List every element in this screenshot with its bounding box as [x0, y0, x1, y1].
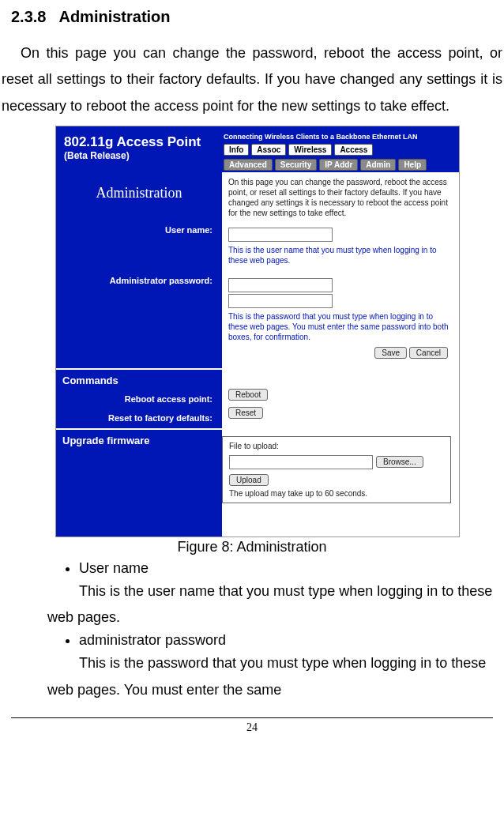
- admin-right-col: On this page you can change the password…: [222, 172, 459, 368]
- bullet-list: User name: [47, 560, 504, 577]
- username-help: This is the user name that you must type…: [228, 245, 453, 265]
- file-label: File to upload:: [229, 442, 444, 450]
- bullet-username: User name: [79, 560, 488, 577]
- bullet-list-2: administrator password: [47, 632, 504, 649]
- tab-assoc[interactable]: Assoc: [251, 144, 286, 156]
- section-title: Administration: [58, 8, 170, 25]
- banner-left: 802.11g Access Point (Beta Release): [56, 126, 222, 172]
- save-button[interactable]: Save: [374, 347, 407, 359]
- upgrade-left-col: Upgrade firmware: [56, 430, 222, 537]
- intro-paragraph: On this page you can change the password…: [2, 40, 502, 119]
- banner-subtitle: (Beta Release): [64, 150, 214, 161]
- browse-button[interactable]: Browse...: [376, 456, 423, 468]
- cancel-button[interactable]: Cancel: [409, 347, 448, 359]
- tab-wireless[interactable]: Wireless: [288, 144, 332, 156]
- admin-heading: Administration: [56, 172, 222, 220]
- figure-caption: Figure 8: Administration: [0, 539, 504, 555]
- admin-description: On this page you can change the password…: [228, 177, 453, 218]
- tab-advanced[interactable]: Advanced: [224, 159, 273, 171]
- password-input-1[interactable]: [228, 278, 333, 292]
- upgrade-title: Upgrade firmware: [56, 430, 222, 450]
- upload-box: File to upload: Browse... Upload The upl…: [222, 436, 451, 503]
- reboot-button[interactable]: Reboot: [228, 389, 268, 401]
- username-input[interactable]: [228, 228, 333, 242]
- tab-access[interactable]: Access: [334, 144, 373, 156]
- commands-right-col: Reboot Reset: [222, 370, 459, 428]
- commands-title: Commands: [56, 370, 222, 390]
- tab-admin[interactable]: Admin: [360, 159, 396, 171]
- footer-rule: [11, 717, 493, 718]
- commands-block: Commands Reboot access point: Reset to f…: [56, 370, 459, 430]
- figure-screenshot: 802.11g Access Point (Beta Release) Conn…: [55, 126, 460, 537]
- tab-row-1: Info Assoc Wireless Access: [222, 142, 459, 157]
- banner-caption: Connecting Wireless Clients to a Backbon…: [222, 131, 459, 142]
- tab-row-2: Advanced Security IP Addr Admin Help: [222, 157, 459, 172]
- upload-note: The upload may take up to 60 seconds.: [229, 489, 444, 498]
- banner: 802.11g Access Point (Beta Release) Conn…: [56, 126, 459, 172]
- upgrade-right-col: File to upload: Browse... Upload The upl…: [222, 430, 459, 537]
- section-number: 2.3.8: [11, 8, 46, 25]
- password-input-2[interactable]: [228, 294, 333, 308]
- tab-ipaddr[interactable]: IP Addr: [319, 159, 358, 171]
- username-label: User name:: [165, 220, 217, 239]
- file-path-input[interactable]: [229, 455, 373, 469]
- tab-info[interactable]: Info: [224, 144, 249, 156]
- tab-help[interactable]: Help: [398, 159, 427, 171]
- bullet-username-desc: This is the user name that you must type…: [47, 578, 493, 631]
- page-number: 24: [0, 721, 504, 734]
- commands-left-col: Commands Reboot access point: Reset to f…: [56, 370, 222, 428]
- reboot-label: Reboot access point:: [125, 390, 217, 408]
- upload-button[interactable]: Upload: [229, 474, 269, 486]
- reset-label: Reset to factory defaults:: [108, 408, 217, 427]
- reset-button[interactable]: Reset: [228, 407, 263, 419]
- password-help: This is the password that you must type …: [228, 311, 453, 342]
- banner-right: Connecting Wireless Clients to a Backbon…: [222, 126, 459, 172]
- admin-left-col: Administration User name: Administrator …: [56, 172, 222, 368]
- bullet-password: administrator password: [79, 632, 488, 649]
- section-heading: 2.3.8 Administration: [11, 8, 504, 26]
- save-cancel-row: Save Cancel: [228, 342, 453, 363]
- file-row: Browse...: [229, 455, 444, 469]
- admin-block: Administration User name: Administrator …: [56, 172, 459, 370]
- bullet-password-desc: This is the password that you must type …: [47, 650, 493, 703]
- password-label: Administrator password:: [110, 271, 217, 290]
- tab-security[interactable]: Security: [275, 159, 317, 171]
- banner-title: 802.11g Access Point: [64, 134, 214, 150]
- upgrade-block: Upgrade firmware File to upload: Browse.…: [56, 430, 459, 537]
